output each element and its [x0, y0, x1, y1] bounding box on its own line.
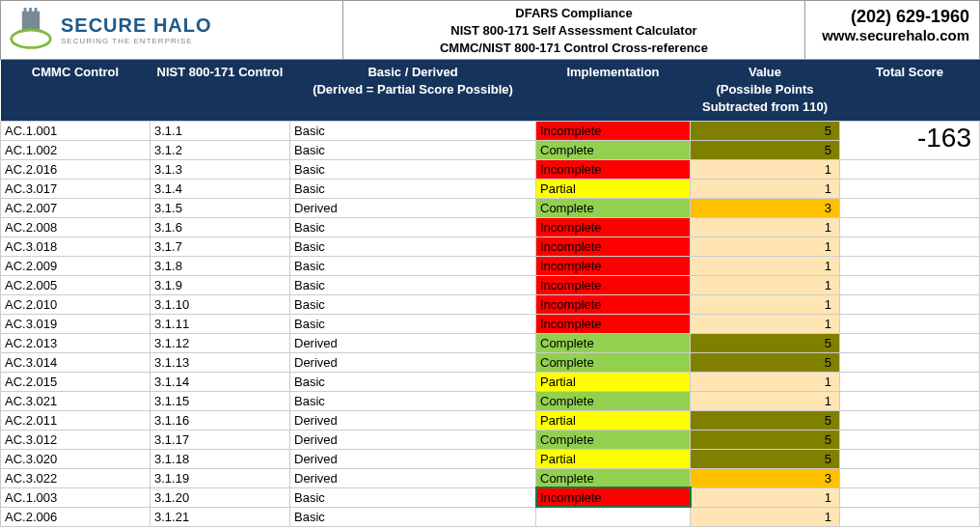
cell-basic[interactable]: Basic: [290, 236, 536, 256]
cell-basic[interactable]: Derived: [290, 198, 536, 217]
cell-basic[interactable]: Basic: [290, 121, 536, 140]
cell-implementation[interactable]: Partial: [536, 449, 691, 468]
cell-score[interactable]: [840, 391, 980, 410]
cell-score[interactable]: [840, 217, 980, 236]
cell-score[interactable]: [840, 333, 980, 352]
cell-nist[interactable]: 3.1.12: [150, 333, 290, 352]
cell-basic[interactable]: Basic: [290, 391, 536, 410]
cell-cmmc[interactable]: AC.3.019: [1, 314, 150, 333]
cell-value[interactable]: 1: [691, 391, 840, 410]
cell-nist[interactable]: 3.1.2: [150, 140, 290, 159]
cell-nist[interactable]: 3.1.19: [150, 468, 290, 487]
cell-implementation[interactable]: Partial: [536, 410, 691, 430]
cell-implementation[interactable]: Incomplete: [536, 217, 691, 236]
cell-score[interactable]: [840, 430, 980, 449]
cell-value[interactable]: 1: [691, 294, 840, 314]
cell-cmmc[interactable]: AC.2.008: [1, 217, 150, 236]
cell-cmmc[interactable]: AC.1.002: [1, 140, 150, 159]
cell-score[interactable]: [840, 352, 980, 372]
cell-implementation[interactable]: Complete: [536, 352, 691, 372]
cell-score[interactable]: [840, 256, 980, 275]
cell-implementation[interactable]: Complete: [536, 468, 691, 487]
cell-value[interactable]: 1: [691, 159, 840, 179]
cell-cmmc[interactable]: AC.2.007: [1, 198, 150, 217]
cell-implementation[interactable]: Incomplete: [536, 275, 691, 294]
cell-implementation[interactable]: Incomplete: [536, 256, 691, 275]
cell-implementation[interactable]: Complete: [536, 333, 691, 352]
cell-basic[interactable]: Basic: [290, 179, 536, 198]
cell-value[interactable]: 1: [691, 236, 840, 256]
cell-cmmc[interactable]: AC.2.006: [1, 507, 150, 526]
cell-score[interactable]: [840, 179, 980, 198]
cell-value[interactable]: 1: [691, 487, 840, 507]
cell-nist[interactable]: 3.1.11: [150, 314, 290, 333]
cell-basic[interactable]: Basic: [290, 487, 536, 507]
cell-score[interactable]: -163: [840, 121, 980, 159]
cell-value[interactable]: 5: [691, 121, 840, 140]
cell-nist[interactable]: 3.1.3: [150, 159, 290, 179]
cell-score[interactable]: [840, 487, 980, 507]
cell-nist[interactable]: 3.1.5: [150, 198, 290, 217]
cell-basic[interactable]: Basic: [290, 159, 536, 179]
cell-nist[interactable]: 3.1.21: [150, 507, 290, 526]
cell-cmmc[interactable]: AC.3.017: [1, 179, 150, 198]
cell-value[interactable]: 1: [691, 217, 840, 236]
cell-nist[interactable]: 3.1.1: [150, 121, 290, 140]
cell-value[interactable]: 5: [691, 140, 840, 159]
cell-value[interactable]: 5: [691, 449, 840, 468]
cell-score[interactable]: [840, 159, 980, 179]
cell-value[interactable]: 1: [691, 372, 840, 391]
cell-cmmc[interactable]: AC.3.014: [1, 352, 150, 372]
cell-cmmc[interactable]: AC.2.013: [1, 333, 150, 352]
cell-implementation[interactable]: Incomplete: [536, 294, 691, 314]
cell-implementation[interactable]: Complete: [536, 430, 691, 449]
cell-implementation[interactable]: Incomplete▼: [536, 487, 691, 507]
cell-basic[interactable]: Basic: [290, 256, 536, 275]
cell-implementation[interactable]: Complete: [536, 140, 691, 159]
cell-cmmc[interactable]: AC.2.010: [1, 294, 150, 314]
cell-value[interactable]: 1: [691, 179, 840, 198]
cell-implementation[interactable]: [536, 507, 691, 526]
cell-implementation[interactable]: Partial: [536, 179, 691, 198]
cell-cmmc[interactable]: AC.2.009: [1, 256, 150, 275]
cell-implementation[interactable]: Incomplete: [536, 159, 691, 179]
cell-basic[interactable]: Basic: [290, 275, 536, 294]
cell-cmmc[interactable]: AC.2.011: [1, 410, 150, 430]
cell-value[interactable]: 1: [691, 275, 840, 294]
cell-basic[interactable]: Basic: [290, 140, 536, 159]
cell-basic[interactable]: Basic: [290, 314, 536, 333]
cell-cmmc[interactable]: AC.3.018: [1, 236, 150, 256]
cell-score[interactable]: [840, 468, 980, 487]
cell-nist[interactable]: 3.1.15: [150, 391, 290, 410]
cell-nist[interactable]: 3.1.13: [150, 352, 290, 372]
cell-score[interactable]: [840, 314, 980, 333]
cell-basic[interactable]: Basic: [290, 217, 536, 236]
cell-implementation[interactable]: Partial: [536, 372, 691, 391]
cell-cmmc[interactable]: AC.1.001: [1, 121, 150, 140]
cell-basic[interactable]: Derived: [290, 352, 536, 372]
cell-nist[interactable]: 3.1.14: [150, 372, 290, 391]
cell-cmmc[interactable]: AC.2.015: [1, 372, 150, 391]
cell-implementation[interactable]: Complete: [536, 198, 691, 217]
cell-nist[interactable]: 3.1.17: [150, 430, 290, 449]
cell-nist[interactable]: 3.1.18: [150, 449, 290, 468]
cell-basic[interactable]: Basic: [290, 294, 536, 314]
cell-cmmc[interactable]: AC.3.020: [1, 449, 150, 468]
cell-implementation[interactable]: Incomplete: [536, 236, 691, 256]
cell-score[interactable]: [840, 410, 980, 430]
cell-basic[interactable]: Derived: [290, 410, 536, 430]
cell-basic[interactable]: Derived: [290, 449, 536, 468]
cell-score[interactable]: [840, 275, 980, 294]
cell-basic[interactable]: Basic: [290, 507, 536, 526]
cell-value[interactable]: 5: [691, 352, 840, 372]
cell-value[interactable]: 5: [691, 430, 840, 449]
cell-implementation[interactable]: Incomplete: [536, 121, 691, 140]
cell-nist[interactable]: 3.1.4: [150, 179, 290, 198]
cell-cmmc[interactable]: AC.3.022: [1, 468, 150, 487]
cell-value[interactable]: 3: [691, 198, 840, 217]
cell-score[interactable]: [840, 507, 980, 526]
cell-nist[interactable]: 3.1.16: [150, 410, 290, 430]
cell-implementation[interactable]: Complete: [536, 391, 691, 410]
cell-basic[interactable]: Derived: [290, 333, 536, 352]
cell-value[interactable]: 5: [691, 410, 840, 430]
